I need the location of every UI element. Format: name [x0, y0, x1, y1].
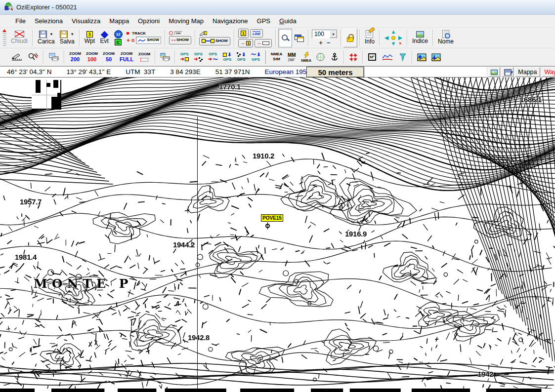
map-pan-pad[interactable]: ▲ ◀▶ ▼×	[382, 29, 405, 47]
tab-waypoints[interactable]: Wayp	[542, 67, 555, 77]
filter-button[interactable]	[396, 49, 410, 65]
map-adjust-button[interactable]	[25, 49, 41, 65]
gps-word: GPS	[237, 58, 246, 62]
gps-get-track-button[interactable]: ⬇ GPS	[234, 49, 248, 65]
track-point-symbol: o	[131, 38, 134, 43]
man-overboard-button[interactable]	[346, 49, 360, 65]
map-elevation-label: 1981.4	[15, 253, 37, 261]
waypoint-button[interactable]: 1 Wpt	[82, 29, 97, 47]
zoom-in-button[interactable]: +	[319, 39, 323, 46]
titlebar[interactable]: OziExplorer - 050021	[0, 0, 555, 15]
zoom-window-button[interactable]: ZOOM	[136, 49, 153, 65]
zoom-100-button[interactable]: ZOOM 100	[84, 49, 100, 65]
zoom-word: ZOOM	[86, 52, 98, 56]
toolbar-grip[interactable]	[1, 29, 7, 47]
print-map-button[interactable]	[46, 49, 62, 65]
close-map-button[interactable]: Chiudi	[8, 29, 30, 47]
menu-mappa[interactable]: Mappa	[105, 15, 133, 27]
menu-navigazione[interactable]: Navigazione	[208, 15, 253, 27]
zoom-level-combo[interactable]: 100 ▼	[312, 30, 338, 39]
dot-icon	[171, 39, 173, 41]
pan-right-icon[interactable]: ▶	[398, 35, 402, 40]
name-search-button[interactable]: Nome	[435, 29, 456, 47]
line-tool-icon: LINE	[253, 31, 260, 36]
measure-controls: 1 LINE ↔1 ↔	[237, 29, 273, 47]
pan-left-icon[interactable]: ◀	[384, 35, 388, 40]
pan-down-icon[interactable]: ▼	[390, 41, 396, 46]
menu-gps[interactable]: GPS	[253, 15, 275, 27]
waypoint-distance-button[interactable]: ↔1	[238, 39, 253, 47]
moving-map-button[interactable]: MM	[285, 49, 299, 65]
pan-up-icon[interactable]: ▲	[390, 29, 396, 35]
map-canvas[interactable]	[0, 78, 555, 392]
info-button[interactable]: Info	[362, 29, 377, 47]
map-image-button[interactable]	[488, 67, 500, 77]
zoom-50-button[interactable]: ZOOM 50	[100, 49, 117, 65]
tab-mappa[interactable]: Mappa	[515, 67, 540, 77]
gps-get-waypoints-button[interactable]: ⬇ GPS	[220, 49, 234, 65]
grip-arrow-icon	[2, 29, 6, 32]
show-track-button[interactable]: SHOW	[136, 37, 161, 44]
index-label: Indice	[412, 38, 428, 44]
zoom-out-button[interactable]: −	[327, 39, 331, 46]
zoom-full-button[interactable]: ZOOM FULL	[117, 49, 136, 65]
grip-dots-icon	[3, 33, 6, 47]
nmea-sim-line2: SIM	[273, 57, 280, 62]
zoom-200-button[interactable]: ZOOM 200	[67, 49, 84, 65]
quick-save-button[interactable]	[502, 67, 513, 77]
show-waypoints-button[interactable]: SHOW	[169, 36, 191, 44]
area-measure-button[interactable]: M²	[365, 49, 379, 65]
map-draw-button[interactable]	[8, 49, 25, 65]
menu-guida[interactable]: Guida	[275, 15, 301, 27]
menu-seleziona[interactable]: Seleziona	[30, 15, 67, 27]
altitude-profile-button[interactable]	[379, 49, 396, 65]
menu-opzioni[interactable]: Opzioni	[133, 15, 164, 27]
window-title: OziExplorer - 050021	[16, 3, 77, 11]
easting-value: 3 84 293E	[170, 68, 201, 76]
gps-send-track-button[interactable]: GPS ➜	[191, 49, 205, 65]
clear-position-icon[interactable]: ×	[399, 41, 401, 46]
gps-send-waypoints-button[interactable]: GPS ➜	[177, 49, 191, 65]
waypoint-pages-button[interactable]: 1	[238, 29, 249, 38]
load-map-image-button[interactable]	[415, 49, 429, 65]
event-button[interactable]: Evt	[97, 29, 111, 47]
anchor-alarm-button[interactable]	[328, 49, 342, 65]
save-map-image-button[interactable]	[429, 49, 443, 65]
show-route-button[interactable]: SHOW	[199, 37, 230, 45]
map-windows-button[interactable]	[292, 29, 306, 47]
nmea-monitor-button[interactable]: NMEA	[299, 49, 314, 65]
track-points-icon	[237, 52, 241, 57]
separator	[275, 30, 276, 46]
magnify-button[interactable]	[278, 29, 292, 47]
waypoint-mini-icon: 1	[246, 41, 251, 45]
waypoint-pove15[interactable]: POVE15	[261, 214, 283, 222]
map-features-button[interactable]: 12 C	[111, 29, 125, 47]
gps-send-route-button[interactable]: GPS ➜〜	[206, 49, 220, 65]
northing-value: 51 37 971N	[215, 68, 250, 76]
zoom-combo-dropdown[interactable]: ▼	[330, 30, 337, 38]
map-viewport[interactable]: 1770.11686.11910.21957.71944.21916.91981…	[0, 78, 555, 392]
menu-moving-map[interactable]: Moving Map	[164, 15, 208, 27]
print-map-icon	[48, 53, 59, 61]
save-button[interactable]: ▼ Salva	[57, 29, 77, 47]
separator	[165, 30, 166, 46]
compass-button[interactable]	[314, 49, 328, 65]
route-node-icon	[211, 39, 214, 43]
life-ring-icon	[349, 53, 357, 61]
pen-ruler-icon	[11, 53, 23, 61]
menu-visualizza[interactable]: Visualizza	[67, 15, 105, 27]
info-label: Info	[365, 39, 375, 45]
separator	[341, 30, 342, 46]
nmea-simulator-button[interactable]: NMEA SIM	[268, 49, 285, 65]
load-button[interactable]: ▼ Carica	[35, 29, 57, 47]
ruler-distance-button[interactable]: ↔	[255, 39, 272, 47]
print-screen-button[interactable]	[158, 49, 172, 65]
waypoint-label: Wpt	[85, 38, 95, 44]
gps-get-route-button[interactable]: 〜⬇ GPS	[248, 49, 263, 65]
index-button[interactable]: Indice	[410, 29, 430, 47]
profile-chart-icon	[382, 53, 393, 61]
line-tool-button[interactable]: LINE	[250, 29, 263, 38]
pan-center-icon[interactable]	[391, 36, 395, 40]
menu-file[interactable]: File	[11, 15, 30, 27]
lock-button[interactable]	[343, 29, 357, 47]
